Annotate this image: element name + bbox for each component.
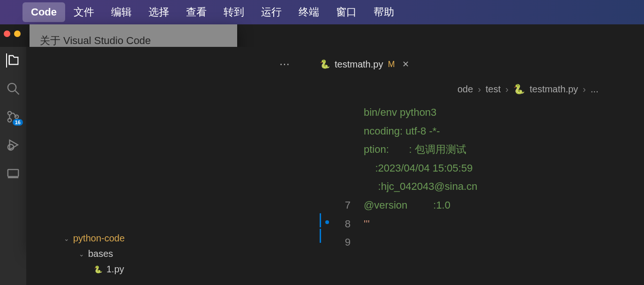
code-line: :hjc_042043@sina.cn [331, 177, 639, 196]
menubar-item-go[interactable]: 转到 [215, 1, 253, 23]
menubar-item-edit[interactable]: 编辑 [103, 1, 140, 23]
tree-folder[interactable]: ⌄ bases [64, 246, 125, 262]
menubar-item-run[interactable]: 运行 [253, 1, 290, 23]
code-line: 7@version :1.0 [331, 196, 639, 215]
svg-point-3 [8, 119, 12, 122]
python-file-icon: 🐍 [320, 59, 330, 69]
breakpoint-dot[interactable] [325, 220, 329, 224]
run-debug-icon[interactable] [6, 138, 20, 152]
python-file-icon: 🐍 [94, 265, 103, 274]
window-controls [4, 30, 21, 37]
code-line: 8''' [331, 215, 639, 233]
menubar-item-window[interactable]: 窗口 [328, 1, 365, 23]
tab-filename: testmath.py [335, 59, 383, 70]
breadcrumb-part[interactable]: test [486, 84, 501, 95]
gutter-diff-marks [320, 213, 321, 244]
tab-modified-indicator: M [388, 60, 395, 69]
editor-area: ⋯ 🐍 testmath.py M ✕ ode › test › 🐍 testm… [26, 47, 644, 285]
breadcrumb-part[interactable]: ... [591, 84, 599, 95]
chevron-right-icon: › [478, 84, 481, 95]
svg-rect-7 [8, 170, 19, 177]
menubar-item-view[interactable]: 查看 [178, 1, 215, 23]
menubar-item-code[interactable]: Code [22, 2, 65, 22]
menubar-item-help[interactable]: 帮助 [365, 1, 403, 23]
tree-file[interactable]: 🐍 1.py [64, 262, 125, 277]
tree-folder-label: python-code [73, 233, 125, 244]
code-line: ption: : 包调用测试 [331, 140, 639, 159]
breadcrumb-part[interactable]: testmath.py [530, 84, 578, 95]
code-line: :2023/04/04 15:05:59 [331, 159, 639, 178]
python-file-icon: 🐍 [513, 83, 525, 95]
breadcrumb-part[interactable]: ode [457, 84, 473, 95]
code-line: bin/env python3 [331, 103, 639, 122]
diff-mark [320, 213, 321, 227]
diff-mark [320, 229, 321, 243]
remote-icon[interactable] [6, 166, 20, 180]
explorer-icon[interactable] [6, 53, 20, 68]
close-window-button[interactable] [4, 30, 10, 37]
activity-bar: 16 [0, 47, 26, 285]
search-icon[interactable] [6, 82, 20, 96]
source-control-icon[interactable]: 16 [6, 110, 20, 124]
scm-badge: 16 [13, 119, 23, 126]
code-line: 9 [331, 233, 639, 252]
tree-folder[interactable]: ⌄ python-code [64, 231, 125, 246]
menubar-item-selection[interactable]: 选择 [140, 1, 178, 23]
editor-tab[interactable]: 🐍 testmath.py M ✕ [315, 56, 414, 73]
menubar-item-file[interactable]: 文件 [65, 1, 103, 23]
code-editor[interactable]: bin/env python3 ncoding: utf-8 -*- ption… [331, 103, 639, 252]
breadcrumb[interactable]: ode › test › 🐍 testmath.py › ... [457, 83, 639, 95]
menubar-item-terminal[interactable]: 终端 [290, 1, 328, 23]
close-icon[interactable]: ✕ [402, 59, 409, 69]
tree-file-label: 1.py [106, 264, 124, 275]
svg-point-2 [8, 112, 12, 115]
file-tree: ⌄ python-code ⌄ bases 🐍 1.py [64, 231, 125, 277]
chevron-down-icon: ⌄ [79, 250, 84, 258]
tab-bar: ⋯ 🐍 testmath.py M ✕ [279, 54, 414, 74]
chevron-down-icon: ⌄ [64, 235, 69, 242]
chevron-right-icon: › [505, 84, 509, 95]
svg-line-1 [15, 90, 19, 95]
chevron-right-icon: › [583, 84, 586, 95]
svg-point-0 [8, 83, 16, 92]
minimize-window-button[interactable] [14, 30, 21, 37]
tree-folder-label: bases [88, 248, 113, 259]
more-icon[interactable]: ⋯ [279, 58, 290, 70]
code-line: ncoding: utf-8 -*- [331, 122, 639, 141]
menubar: Code 文件 编辑 选择 查看 转到 运行 终端 窗口 帮助 [0, 0, 644, 24]
